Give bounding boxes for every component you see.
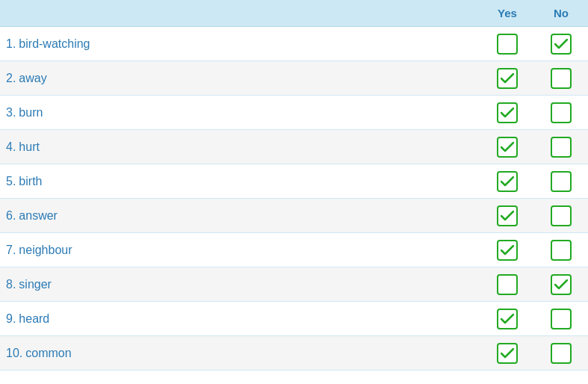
yes-checkbox[interactable] <box>497 68 518 89</box>
word-col: 4.hurt <box>0 140 480 154</box>
word-number: 1. <box>6 37 16 50</box>
word-number: 10. <box>6 347 22 359</box>
word-text: hurt <box>19 140 40 153</box>
no-checkbox[interactable] <box>551 137 572 158</box>
table-row: 3.burn <box>0 96 588 130</box>
word-col: 3.burn <box>0 106 480 120</box>
word-number: 2. <box>6 72 16 84</box>
word-text: away <box>19 72 46 84</box>
no-checkbox[interactable] <box>551 205 572 226</box>
word-text: burn <box>19 106 43 119</box>
yes-col <box>480 240 534 261</box>
word-col: 1.bird-watching <box>0 37 480 51</box>
yes-col <box>480 343 534 364</box>
word-number: 6. <box>6 209 16 222</box>
yes-col <box>480 205 534 226</box>
no-col <box>534 171 588 192</box>
word-col: 9.heard <box>0 312 480 326</box>
word-number: 7. <box>6 244 16 256</box>
no-checkbox[interactable] <box>551 68 572 89</box>
yes-col <box>480 68 534 89</box>
no-col <box>534 240 588 261</box>
table-row: 8.singer <box>0 267 588 302</box>
no-checkbox[interactable] <box>551 274 572 295</box>
no-col <box>534 343 588 364</box>
word-text: answer <box>19 209 58 222</box>
word-number: 4. <box>6 140 16 153</box>
word-number: 3. <box>6 106 16 119</box>
yes-col <box>480 171 534 192</box>
no-checkbox[interactable] <box>551 102 572 123</box>
word-col: 5.birth <box>0 175 480 188</box>
no-col <box>534 309 588 329</box>
no-col <box>534 137 588 158</box>
word-col: 6.answer <box>0 209 480 223</box>
word-text: common <box>25 347 71 359</box>
yes-col <box>480 137 534 158</box>
word-text: birth <box>19 175 42 188</box>
yes-checkbox[interactable] <box>497 34 518 55</box>
no-col <box>534 102 588 123</box>
yes-col <box>480 34 534 55</box>
table-row: 9.heard <box>0 302 588 336</box>
header-yes: Yes <box>480 7 534 19</box>
table-row: 10.common <box>0 336 588 371</box>
no-checkbox[interactable] <box>551 309 572 329</box>
word-col: 10.common <box>0 347 480 360</box>
word-col: 8.singer <box>0 278 480 291</box>
word-text: singer <box>19 278 52 291</box>
table-row: 6.answer <box>0 199 588 233</box>
word-text: neighbour <box>19 244 72 256</box>
yes-col <box>480 102 534 123</box>
yes-checkbox[interactable] <box>497 205 518 226</box>
main-table: Yes No 1.bird-watching2.away3.burn4.hurt… <box>0 0 588 371</box>
table-row: 7.neighbour <box>0 233 588 267</box>
word-text: bird-watching <box>19 37 90 50</box>
no-col <box>534 34 588 55</box>
word-text: heard <box>19 312 49 325</box>
word-number: 5. <box>6 175 16 188</box>
no-checkbox[interactable] <box>551 171 572 192</box>
yes-checkbox[interactable] <box>497 309 518 329</box>
no-checkbox[interactable] <box>551 34 572 55</box>
no-checkbox[interactable] <box>551 343 572 364</box>
table-header: Yes No <box>0 0 588 27</box>
table-row: 4.hurt <box>0 130 588 164</box>
yes-checkbox[interactable] <box>497 343 518 364</box>
word-col: 2.away <box>0 72 480 85</box>
no-col <box>534 68 588 89</box>
yes-checkbox[interactable] <box>497 102 518 123</box>
yes-checkbox[interactable] <box>497 137 518 158</box>
table-row: 2.away <box>0 61 588 96</box>
yes-col <box>480 309 534 329</box>
no-col <box>534 274 588 295</box>
word-number: 9. <box>6 312 16 325</box>
yes-checkbox[interactable] <box>497 240 518 261</box>
no-checkbox[interactable] <box>551 240 572 261</box>
no-col <box>534 205 588 226</box>
header-no: No <box>534 7 588 19</box>
table-row: 1.bird-watching <box>0 27 588 61</box>
yes-checkbox[interactable] <box>497 274 518 295</box>
rows-container: 1.bird-watching2.away3.burn4.hurt5.birth… <box>0 27 588 371</box>
word-number: 8. <box>6 278 16 291</box>
table-row: 5.birth <box>0 164 588 199</box>
yes-checkbox[interactable] <box>497 171 518 192</box>
word-col: 7.neighbour <box>0 244 480 257</box>
yes-col <box>480 274 534 295</box>
